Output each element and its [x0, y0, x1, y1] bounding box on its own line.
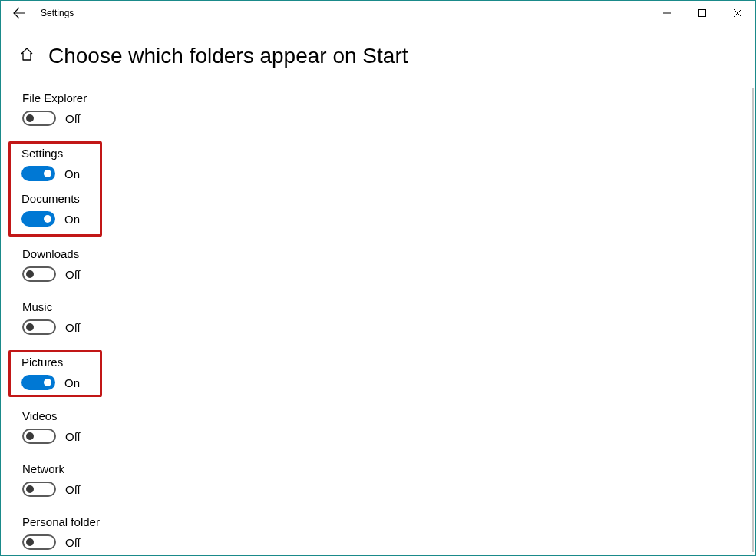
- toggle-documents: Documents On: [21, 189, 97, 228]
- close-icon: [734, 9, 741, 17]
- maximize-button[interactable]: [685, 1, 720, 25]
- toggle-file-explorer: File Explorer Off: [19, 88, 461, 131]
- home-icon[interactable]: [19, 47, 35, 65]
- minimize-button[interactable]: [649, 1, 685, 25]
- toggle-state: On: [64, 213, 80, 226]
- toggle-label: Music: [22, 300, 458, 313]
- toggle-label: Videos: [22, 409, 458, 422]
- minimize-icon: [663, 9, 671, 17]
- window-controls: [649, 1, 755, 25]
- back-button[interactable]: [1, 1, 38, 25]
- toggle-label: File Explorer: [22, 91, 458, 104]
- toggle-label: Personal folder: [22, 515, 458, 528]
- toggle-switch-videos[interactable]: [22, 429, 56, 444]
- toggle-state: On: [64, 167, 80, 180]
- toggle-label: Settings: [21, 147, 97, 160]
- toggle-state: Off: [65, 430, 81, 443]
- toggle-state: Off: [65, 536, 81, 549]
- toggle-label: Network: [22, 462, 458, 475]
- toggle-switch-network[interactable]: [22, 482, 56, 497]
- toggle-switch-downloads[interactable]: [22, 266, 56, 282]
- toggle-settings: Settings On: [21, 144, 97, 183]
- close-button[interactable]: [720, 1, 755, 25]
- toggle-downloads: Downloads Off: [19, 244, 461, 286]
- toggle-switch-file-explorer[interactable]: [22, 111, 56, 126]
- toggle-switch-documents[interactable]: [21, 211, 55, 227]
- toggle-switch-pictures[interactable]: [21, 375, 55, 390]
- toggle-state: Off: [65, 321, 81, 334]
- toggle-personal-folder: Personal folder Off: [19, 512, 461, 554]
- highlight-box: Pictures On: [8, 350, 102, 397]
- back-arrow-icon: [13, 7, 25, 19]
- toggle-state: Off: [65, 112, 81, 125]
- page-title: Choose which folders appear on Start: [48, 44, 408, 68]
- highlight-box: Settings On Documents On: [8, 141, 102, 237]
- toggle-state: Off: [65, 268, 81, 281]
- toggle-pictures: Pictures On: [21, 354, 97, 392]
- maximize-icon: [698, 9, 706, 17]
- toggle-switch-settings[interactable]: [21, 166, 55, 181]
- toggle-state: On: [64, 376, 80, 389]
- toggle-music: Music Off: [19, 297, 461, 339]
- toggle-switch-personal-folder[interactable]: [22, 534, 56, 550]
- page-header: Choose which folders appear on Start: [1, 25, 755, 82]
- svg-rect-0: [699, 10, 706, 17]
- toggle-label: Pictures: [21, 356, 97, 369]
- toggle-switch-music[interactable]: [22, 319, 56, 335]
- toggle-videos: Videos Off: [19, 406, 461, 448]
- settings-list: File Explorer Off Settings On Documents …: [1, 82, 461, 554]
- titlebar: Settings: [1, 1, 755, 25]
- toggle-label: Documents: [21, 192, 97, 205]
- scrollbar[interactable]: [752, 88, 754, 552]
- toggle-state: Off: [65, 483, 81, 496]
- toggle-label: Downloads: [22, 247, 458, 260]
- toggle-network: Network Off: [19, 459, 461, 501]
- window-title: Settings: [38, 8, 74, 18]
